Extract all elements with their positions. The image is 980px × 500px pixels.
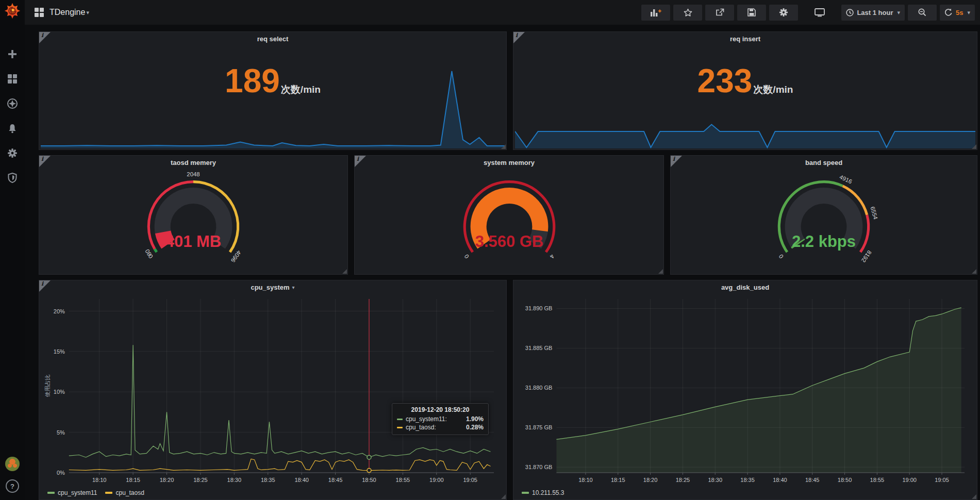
time-series-chart[interactable]: 18:1018:1518:2018:2518:3018:3518:4018:45… [43,294,502,488]
svg-text:4916: 4916 [839,174,853,185]
panel-info-corner[interactable]: i [355,156,366,167]
help-icon[interactable]: ? [6,479,19,493]
singlestat-value: 189 次数/min [39,45,506,116]
svg-text:20%: 20% [54,308,65,314]
time-series-chart[interactable]: 18:1018:1518:2018:2518:3018:3518:4018:45… [518,294,973,488]
svg-text:18:40: 18:40 [773,477,787,483]
save-dashboard-button[interactable] [737,5,766,21]
dashboard-grid-icon[interactable] [34,7,44,18]
svg-text:18:35: 18:35 [740,477,755,483]
panel-title[interactable]: avg_disk_used [513,280,977,294]
panel-info-corner[interactable]: i [671,156,682,167]
panel-resize-handle[interactable] [972,144,976,149]
svg-text:使用占比: 使用占比 [44,375,51,397]
alerting-bell-icon[interactable] [7,123,18,134]
legend-label: cpu_taosd [115,489,144,496]
chevron-down-icon: ▾ [967,9,970,16]
series-color-dash [47,492,55,494]
panel-title[interactable]: band speed [671,156,977,169]
legend-item-cpu-system11[interactable]: cpu_system11 [47,489,97,496]
svg-text:18:55: 18:55 [396,477,410,483]
panel-title[interactable]: req select [39,32,506,45]
svg-text:18:10: 18:10 [578,477,593,483]
svg-text:401 MB: 401 MB [165,232,221,251]
grafana-dashboard: { "nav": { "app_title": "TDengine", "car… [0,0,980,500]
svg-text:19:00: 19:00 [902,477,917,483]
panel-taosd-memory: i taosd memery 08020484096401 MB [39,155,348,275]
create-plus-icon[interactable] [7,48,18,60]
panel-info-corner[interactable]: i [39,32,51,43]
panel-req-insert: i req insert 233 次数/min [513,31,977,150]
add-panel-button[interactable] [641,5,670,21]
panel-resize-handle[interactable] [972,494,976,499]
zoom-out-time-button[interactable] [908,5,937,21]
panel-resize-handle[interactable] [342,269,347,274]
svg-text:18:25: 18:25 [193,477,208,483]
share-dashboard-button[interactable] [705,5,734,21]
series-color-dash [105,492,112,494]
refresh-picker[interactable]: 5s ▾ [940,5,975,21]
panel-info-corner[interactable]: i [39,280,51,292]
stat-number: 189 [225,64,280,97]
panel-band-speed: i band speed 04916655481922.2 kbps [670,155,977,275]
dashboard-title-picker[interactable]: TDengine ▾ [49,8,89,17]
svg-text:18:50: 18:50 [362,477,376,483]
svg-text:18:45: 18:45 [328,477,343,483]
panel-resize-handle[interactable] [972,269,976,274]
cycle-view-mode-button[interactable] [805,5,834,21]
panel-title[interactable]: req insert [513,32,977,45]
user-avatar[interactable] [5,457,20,471]
legend-label: cpu_system11 [58,489,97,496]
svg-text:18:35: 18:35 [261,477,275,483]
explore-compass-icon[interactable] [7,98,18,109]
grafana-logo-icon[interactable] [4,2,21,20]
panel-cpu-system: i cpu_system ▾ 18:1018:1518:2018:2518:30… [39,280,507,500]
panel-resize-handle[interactable] [501,144,506,149]
server-admin-shield-icon[interactable] [7,172,18,184]
star-dashboard-button[interactable] [673,5,702,21]
svg-text:31.870 GB: 31.870 GB [525,464,553,470]
panel-req-select: i req select 189 次数/min [39,31,507,150]
panel-resize-handle[interactable] [658,269,663,274]
tooltip-timestamp: 2019-12-20 18:50:20 [397,406,484,413]
dashboards-icon[interactable] [7,73,18,85]
svg-text:19:05: 19:05 [463,477,477,483]
svg-text:0%: 0% [57,470,65,476]
dashboard-title: TDengine [49,8,85,17]
sidebar: ? [0,0,25,500]
panel-title[interactable]: cpu_system ▾ [39,280,506,294]
legend-item-cpu-taosd[interactable]: cpu_taosd [105,489,144,496]
legend-item-host[interactable]: 10.211.55.3 [522,489,564,496]
panel-info-corner[interactable]: i [513,32,525,43]
tooltip-row: cpu_taosd: 0.28% [397,424,484,431]
time-range-label: Last 1 hour [857,9,893,16]
svg-text:0: 0 [463,253,470,259]
svg-text:6554: 6554 [870,206,879,220]
time-range-picker[interactable]: Last 1 hour ▾ [841,5,905,21]
panel-resize-handle[interactable] [501,494,506,499]
svg-text:31.880 GB: 31.880 GB [525,385,553,391]
gauge-chart: 043.560 GB [355,168,663,273]
svg-text:4: 4 [549,253,555,259]
svg-text:18:40: 18:40 [294,477,309,483]
svg-text:18:50: 18:50 [838,477,852,483]
svg-text:5%: 5% [57,429,65,436]
svg-text:18:30: 18:30 [708,477,722,483]
svg-text:2048: 2048 [187,171,200,177]
svg-text:0: 0 [777,253,784,259]
panel-title[interactable]: system memory [355,156,663,169]
panel-title-text: cpu_system [251,284,289,291]
panel-title[interactable]: taosd memery [39,156,347,169]
dashboard-settings-button[interactable] [769,5,798,21]
svg-text:18:15: 18:15 [126,477,140,483]
series-color-dash [522,492,529,494]
svg-text:31.875 GB: 31.875 GB [525,424,553,430]
chevron-down-icon: ▾ [897,9,900,16]
svg-text:18:10: 18:10 [92,477,107,483]
panel-info-corner[interactable]: i [39,156,51,167]
chevron-down-icon: ▾ [86,9,89,16]
tooltip-row: cpu_system11: 1.90% [397,415,484,423]
chart-legend: 10.211.55.3 [518,488,973,497]
svg-text:15%: 15% [54,348,65,355]
configuration-gear-icon[interactable] [7,147,18,159]
